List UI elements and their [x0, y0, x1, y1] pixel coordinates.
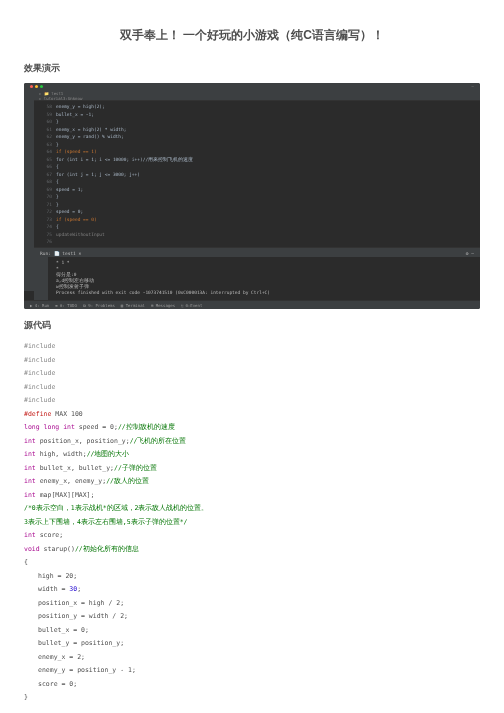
- src-line: #include: [24, 394, 480, 408]
- src-line: enemy_x = 2;: [24, 651, 480, 665]
- src-line: position_x = high / 2;: [24, 597, 480, 611]
- src-line: int position_x, position_y;//飞机的所在位置: [24, 435, 480, 449]
- run-tools-icon[interactable]: ⚙ —: [466, 251, 474, 256]
- ide-left-gutter: [24, 89, 34, 291]
- src-line: int enemy_x, enemy_y;//敌人的位置: [24, 475, 480, 489]
- src-line: }: [24, 691, 480, 705]
- src-line: #include: [24, 340, 480, 354]
- src-line: int score;: [24, 529, 480, 543]
- src-line: int bullet_x, bullet_y;//子弹的位置: [24, 462, 480, 476]
- statusbar-item[interactable]: ≡ 6: TODO: [55, 303, 77, 308]
- src-line: #include: [24, 367, 480, 381]
- ide-console: * 1 * * 得分是:0 a,d控制左右移动 w控制发射子弹 Process …: [34, 257, 480, 301]
- statusbar-item[interactable]: ▣ Terminal: [121, 303, 145, 308]
- src-line: #include: [24, 354, 480, 368]
- src-line: score = 0;: [24, 678, 480, 692]
- statusbar-item[interactable]: ⧉ 9: Problems: [83, 303, 115, 308]
- src-line: int high, width;//地图的大小: [24, 448, 480, 462]
- src-line: 3表示上下围墙，4表示左右围墙,5表示子弹的位置*/: [24, 516, 480, 530]
- src-line: #include: [24, 381, 480, 395]
- src-line: int map[MAX][MAX];: [24, 489, 480, 503]
- src-line: bullet_x = 0;: [24, 624, 480, 638]
- statusbar-item[interactable]: ▶ 4: Run: [30, 303, 49, 308]
- src-line: position_y = width / 2;: [24, 610, 480, 624]
- src-line: #define MAX 100: [24, 408, 480, 422]
- ide-code-pane: 58596061626364656667686970717273747576 e…: [34, 101, 480, 247]
- src-line: width = 30;: [24, 583, 480, 597]
- src-line: /*0表示空白，1表示战机*的区域，2表示敌人战机的位置。: [24, 502, 480, 516]
- src-line: void starup()//初始化所有的信息: [24, 543, 480, 557]
- console-line: Process finished with exit code -1073741…: [56, 290, 472, 296]
- src-line: {: [24, 556, 480, 570]
- section-src-heading: 源代码: [24, 319, 480, 332]
- src-line: bullet_y = position_y;: [24, 637, 480, 651]
- run-tab[interactable]: Run: 📄 test1 ×: [40, 251, 81, 256]
- section-demo-heading: 效果演示: [24, 62, 480, 75]
- src-line: long long int speed = 0;//控制敌机的速度: [24, 421, 480, 435]
- ide-gutter: 58596061626364656667686970717273747576: [34, 101, 56, 247]
- ide-code: enemy_y = high(2);bullet_x = -1;}enemy_x…: [56, 101, 480, 247]
- ide-debug-pane: ▸ 📁 test1 ▸ tutorial3:Unknow exe.tutoria…: [34, 89, 480, 101]
- src-line: high = 20;: [24, 570, 480, 584]
- source-code-block: #include#include#include#include#include…: [24, 340, 480, 705]
- src-line: enemy_y = position_y - 1;: [24, 664, 480, 678]
- statusbar-item[interactable]: ⎘ 0:Event: [181, 303, 202, 308]
- ide-screenshot: ⋯ ▸ 📁 test1 ▸ tutorial3:Unknow exe.tutor…: [24, 83, 480, 309]
- ide-statusbar: ▶ 4: Run≡ 6: TODO⧉ 9: Problems▣ Terminal…: [24, 300, 480, 309]
- page-title: 双手奉上！ 一个好玩的小游戏（纯C语言编写）！: [24, 27, 480, 44]
- statusbar-item[interactable]: ⊞ Messages: [151, 303, 175, 308]
